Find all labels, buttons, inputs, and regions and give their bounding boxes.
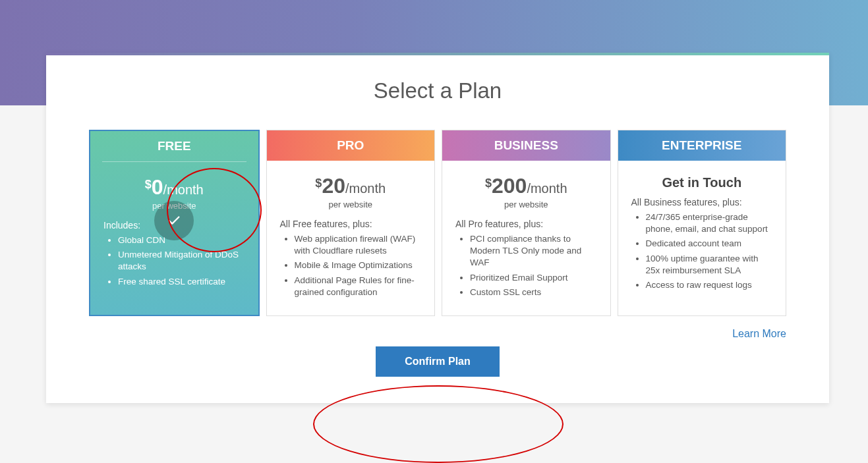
list-item: PCI compliance thanks to Modern TLS Only… bbox=[470, 233, 597, 269]
plan-card-business[interactable]: BUSINESS $200/month per website All Pro … bbox=[442, 130, 611, 316]
list-item: Dedicated account team bbox=[646, 238, 773, 250]
learn-more-link[interactable]: Learn More bbox=[732, 328, 786, 339]
plan-features-free: Global CDN Unmetered Mitigation of DDoS … bbox=[103, 234, 245, 288]
learn-more-row: Learn More bbox=[46, 316, 829, 340]
plan-price-pro: $20/month bbox=[280, 174, 422, 198]
list-item: Prioritized Email Support bbox=[470, 272, 597, 284]
plan-card-enterprise[interactable]: ENTERPRISE Get in Touch All Business fea… bbox=[618, 130, 787, 316]
plan-lead-business: All Pro features, plus: bbox=[455, 219, 597, 229]
plan-card-free[interactable]: FREE $0/month per website Includes: Glob… bbox=[89, 130, 260, 316]
list-item: Custom SSL certs bbox=[470, 286, 597, 298]
list-item: Free shared SSL certificate bbox=[118, 276, 245, 288]
plan-header-business: BUSINESS bbox=[442, 130, 610, 161]
list-item: 100% uptime guarantee with 25x reimburse… bbox=[646, 253, 773, 277]
plan-price-business: $200/month bbox=[455, 174, 597, 198]
page-title: Select a Plan bbox=[46, 78, 829, 103]
plan-price-free: $0/month bbox=[103, 175, 245, 200]
list-item: 24/7/365 enterprise-grade phone, email, … bbox=[646, 211, 773, 235]
list-item: Web application firewall (WAF) with Clou… bbox=[295, 233, 422, 257]
plan-sub-pro: per website bbox=[280, 200, 422, 209]
plan-features-business: PCI compliance thanks to Modern TLS Only… bbox=[455, 233, 597, 298]
list-item: Mobile & Image Optimizations bbox=[295, 259, 422, 271]
list-item: Additional Page Rules for fine-grained c… bbox=[295, 275, 422, 298]
plan-lead-pro: All Free features, plus: bbox=[280, 219, 422, 229]
plan-header-pro: PRO bbox=[267, 130, 435, 161]
plan-contact-enterprise: Get in Touch bbox=[631, 175, 773, 190]
list-item: Unmetered Mitigation of DDoS attacks bbox=[118, 249, 245, 273]
plan-header-free: FREE bbox=[102, 131, 246, 162]
plan-lead-enterprise: All Business features, plus: bbox=[631, 197, 773, 207]
plan-header-enterprise: ENTERPRISE bbox=[618, 130, 786, 161]
plan-selection-card: Select a Plan FREE $0/month per website … bbox=[46, 53, 829, 403]
plan-sub-business: per website bbox=[455, 200, 597, 209]
confirm-plan-button[interactable]: Confirm Plan bbox=[376, 346, 500, 377]
plan-card-pro[interactable]: PRO $20/month per website All Free featu… bbox=[266, 130, 436, 316]
checkmark-icon bbox=[154, 201, 194, 240]
list-item: Access to raw request logs bbox=[646, 279, 773, 291]
plan-features-enterprise: 24/7/365 enterprise-grade phone, email, … bbox=[631, 211, 773, 291]
plan-features-pro: Web application firewall (WAF) with Clou… bbox=[280, 233, 422, 298]
plans-row: FREE $0/month per website Includes: Glob… bbox=[46, 130, 829, 316]
card-accent-bar bbox=[46, 53, 829, 55]
